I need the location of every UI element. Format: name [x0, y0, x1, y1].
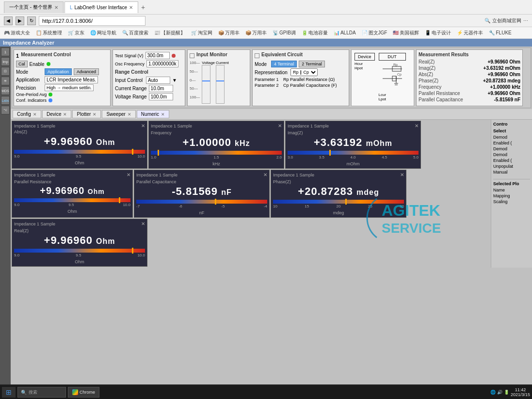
np4-value: +9.96960 Ohm [14, 185, 130, 196]
bookmark-wanyf2[interactable]: 📦万用丰 [243, 29, 269, 37]
voltage-range-value[interactable]: 100.0m [149, 93, 173, 100]
tab1-label: 一个主页 - 整个世界 [9, 4, 52, 11]
demod3-item[interactable]: Demod [493, 152, 530, 158]
browser-tab-1[interactable]: 一个主页 - 整个世界 ✕ [4, 1, 64, 13]
search-bar[interactable]: 🔍 搜索 [17, 387, 66, 398]
np5-unit: nF [136, 210, 267, 215]
new-tab-button[interactable]: + [139, 3, 147, 11]
representation-select[interactable]: Rp ∥ Cp [290, 68, 318, 76]
np4-close[interactable]: ✕ [127, 172, 130, 177]
bookmark-battery[interactable]: 🔋电池容量 [300, 29, 330, 37]
tray-battery[interactable]: 🔋 [504, 390, 509, 395]
bookmark-img[interactable]: 📄图文JGF [360, 29, 389, 37]
bookmark-taobao[interactable]: 🛒淘宝网 [189, 29, 214, 37]
np4-scale-mid: 9.5 [68, 203, 74, 207]
bookmark-comp[interactable]: ⚡元器件丰 [455, 29, 485, 37]
param2-value: Cp Parallel Capacitance (F) [283, 83, 337, 88]
manual-item[interactable]: Manual [493, 169, 530, 175]
tab2-label: LabOne® User Interface [74, 5, 127, 10]
osc-freq-value[interactable]: 1.00000000k [146, 60, 178, 67]
np6-close[interactable]: ✕ [400, 172, 404, 177]
bookmark-us[interactable]: 🇺🇸美国福辉 [391, 29, 421, 37]
input-monitor-checkbox[interactable] [190, 53, 194, 58]
np2-close[interactable]: ✕ [278, 123, 282, 128]
demod2-item[interactable]: Demod [493, 146, 530, 152]
unpopulat-item[interactable]: Unpopulat [493, 163, 530, 169]
tab-plotter-close[interactable]: ✕ [93, 112, 97, 117]
input-control-arrow[interactable]: ▼ [172, 78, 177, 83]
sidebar-btn-prog[interactable]: ⌥ [1, 106, 10, 114]
numeric-panel-pc: Impedance 1 Sample ✕ Parallel Capacitanc… [134, 170, 270, 218]
tab1-close-icon[interactable]: ✕ [54, 5, 58, 10]
enabled2-item[interactable]: Enabled ( [493, 158, 530, 163]
precision-value[interactable]: High → medium settlin. [45, 84, 94, 91]
tab-config-close[interactable]: ✕ [33, 112, 37, 117]
sidebar-btn-labs[interactable]: Labs [1, 96, 10, 105]
tab-numeric-close[interactable]: ✕ [161, 112, 165, 117]
sidebar-btn-scope[interactable]: ⊡ [1, 67, 10, 76]
back-button[interactable]: ◀ [4, 16, 13, 25]
bookmark-elec[interactable]: 📱电子设计 [423, 29, 453, 37]
demod1-item[interactable]: Demod [493, 134, 530, 140]
np7-title: Impedance 1 Sample [14, 222, 55, 226]
np7-value: +9.96960 Ohm [14, 234, 145, 247]
forward-button[interactable]: ▶ [16, 16, 24, 25]
menu-icon[interactable]: ⋯ [523, 18, 528, 23]
enable-indicator [47, 62, 50, 66]
mode-label: Mode [16, 69, 43, 75]
taskbar-chrome[interactable]: Chrome [68, 387, 99, 398]
tab-device[interactable]: Device✕ [42, 110, 72, 118]
bookmark-allda[interactable]: 📊ALLDA [332, 30, 358, 36]
sidebar-btn-spec[interactable]: ≋ [1, 77, 10, 85]
bookmark-fluke[interactable]: 🔧FLUKE [487, 30, 513, 36]
np3-close[interactable]: ✕ [415, 123, 419, 128]
application-value[interactable]: LCR Impedance Meas. [45, 76, 98, 83]
browser-tab-2[interactable]: L LabOne® User Interface ✕ [64, 1, 138, 13]
bookmark-games[interactable]: 🎮游戏大全 [2, 29, 32, 37]
current-range-value[interactable]: 10.0m [149, 85, 173, 92]
tab2-close-icon[interactable]: ✕ [129, 5, 133, 10]
tab-sweeper[interactable]: Sweeper✕ [102, 110, 135, 118]
bookmark-gpib[interactable]: 📡GPIB调 [271, 29, 298, 37]
hcur-label: Hcur [355, 62, 375, 66]
refresh-button[interactable]: ↻ [27, 16, 36, 25]
bookmark-nav[interactable]: 🌐网址导航 [88, 29, 118, 37]
input-control-value[interactable]: Auto [146, 77, 170, 84]
sidebar-btn-imp[interactable]: Imp [1, 57, 10, 66]
np6-unit: mdeg [273, 210, 404, 215]
eq-circuit-checkbox[interactable] [255, 53, 259, 58]
tray-network[interactable]: 🌐 [490, 390, 496, 395]
tab-sweeper-label: Sweeper [106, 112, 125, 117]
bookmark-jd[interactable]: 🛒京东 [66, 29, 86, 37]
tab-device-close[interactable]: ✕ [63, 112, 67, 117]
bookmark-new[interactable]: 📰【新提醒】 [152, 29, 187, 37]
svg-text:Cp: Cp [397, 73, 402, 77]
start-button[interactable]: ⊞ [2, 387, 16, 398]
system-tray: 🌐 🔊 🔋 11:42 2021/3/15 [490, 387, 530, 397]
mode-advanced-button[interactable]: Advanced [74, 68, 99, 75]
np1-value: +9.96960 Ohm [14, 135, 145, 148]
np3-scale-mid2: 4.0 [350, 155, 355, 160]
tab-sweeper-close[interactable]: ✕ [128, 112, 131, 117]
bookmark-wanyf1[interactable]: 📦万用丰 [216, 29, 242, 37]
real-z-value: +9.96960 Ohm [477, 59, 520, 64]
test-signal-value[interactable]: 300.0m [145, 52, 170, 59]
np7-close[interactable]: ✕ [141, 221, 145, 226]
sidebar-btn-1[interactable]: 1 [1, 48, 10, 56]
np2-value: +1.00000 kHz [151, 136, 282, 149]
sidebar-btn-mds[interactable]: MDS [1, 86, 10, 95]
cal-button[interactable]: Cal [16, 61, 28, 67]
mode-2terminal-button[interactable]: 2 Terminal [299, 61, 324, 67]
tab-config[interactable]: Config✕ [13, 110, 41, 118]
mode-application-button[interactable]: Application [45, 68, 72, 75]
enabled1-item[interactable]: Enabled ( [493, 140, 530, 146]
bookmark-sys[interactable]: 📋系统整理 [34, 29, 64, 37]
tab-plotter[interactable]: Plotter✕ [72, 110, 101, 118]
address-input[interactable] [39, 16, 145, 26]
tray-volume[interactable]: 🔊 [497, 390, 502, 395]
bookmark-baidu[interactable]: 🔍百度搜索 [120, 29, 150, 37]
np1-close[interactable]: ✕ [141, 123, 145, 128]
mode-4terminal-button[interactable]: 4 Terminal [271, 61, 297, 67]
np5-close[interactable]: ✕ [263, 172, 267, 177]
tab-numeric[interactable]: Numeric✕ [137, 110, 169, 118]
